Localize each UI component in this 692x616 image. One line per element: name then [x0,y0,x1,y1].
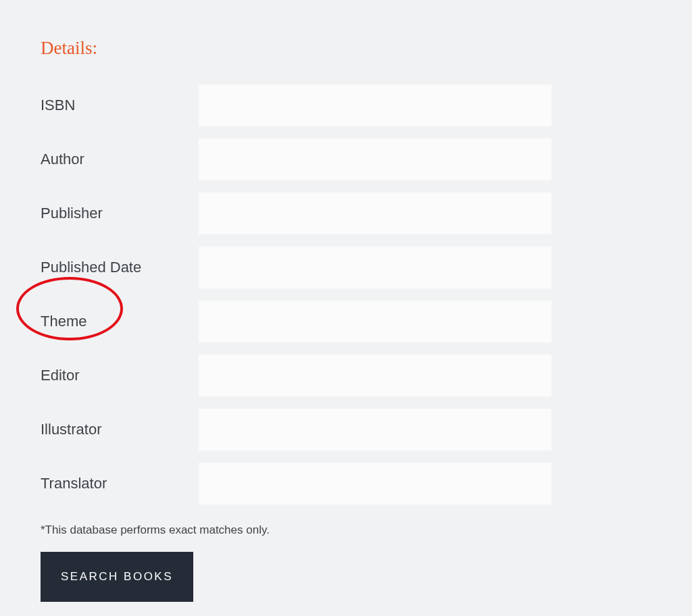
field-row-isbn: ISBN [41,84,651,126]
field-row-published-date: Published Date [41,247,651,288]
input-publisher[interactable] [199,192,551,234]
field-row-theme: Theme [41,301,651,342]
input-author[interactable] [199,138,551,180]
label-isbn: ISBN [41,97,199,114]
field-row-publisher: Publisher [41,192,651,234]
label-publisher: Publisher [41,205,199,222]
field-row-editor: Editor [41,355,651,396]
label-theme: Theme [41,313,199,330]
input-published-date[interactable] [199,247,551,288]
field-row-translator: Translator [41,463,651,505]
label-published-date: Published Date [41,259,199,276]
field-row-illustrator: Illustrator [41,409,651,451]
disclaimer-text: *This database performs exact matches on… [41,523,651,537]
input-illustrator[interactable] [199,409,551,451]
label-editor: Editor [41,367,199,384]
label-author: Author [41,151,199,168]
search-books-button[interactable]: SEARCH BOOKS [41,552,193,602]
input-editor[interactable] [199,355,551,396]
label-illustrator: Illustrator [41,421,199,438]
input-translator[interactable] [199,463,551,505]
section-title-details: Details: [41,38,651,59]
details-form-container: Details: ISBN Author Publisher Published… [0,0,692,616]
label-translator: Translator [41,475,199,492]
input-theme[interactable] [199,301,551,342]
field-row-author: Author [41,138,651,180]
form-rows: ISBN Author Publisher Published Date The… [41,84,651,505]
input-isbn[interactable] [199,84,551,126]
